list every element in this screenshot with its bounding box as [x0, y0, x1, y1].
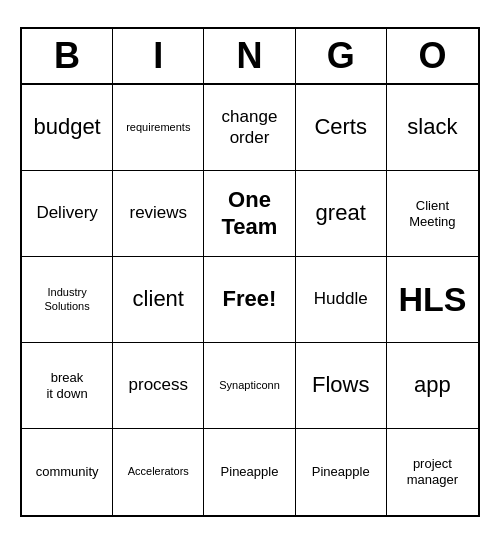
bingo-cell-11: client: [113, 257, 204, 343]
header-o: O: [387, 29, 478, 83]
bingo-cell-16: process: [113, 343, 204, 429]
bingo-cell-18: Flows: [296, 343, 387, 429]
bingo-cell-12: Free!: [204, 257, 295, 343]
bingo-cell-6: reviews: [113, 171, 204, 257]
bingo-cell-17: Synapticonn: [204, 343, 295, 429]
bingo-cell-10: IndustrySolutions: [22, 257, 113, 343]
header-i: I: [113, 29, 204, 83]
bingo-cell-24: projectmanager: [387, 429, 478, 515]
bingo-cell-5: Delivery: [22, 171, 113, 257]
bingo-cell-2: changeorder: [204, 85, 295, 171]
bingo-card: B I N G O budgetrequirementschangeorderC…: [20, 27, 480, 517]
bingo-cell-3: Certs: [296, 85, 387, 171]
bingo-cell-4: slack: [387, 85, 478, 171]
bingo-cell-0: budget: [22, 85, 113, 171]
bingo-cell-7: OneTeam: [204, 171, 295, 257]
bingo-cell-1: requirements: [113, 85, 204, 171]
bingo-cell-9: ClientMeeting: [387, 171, 478, 257]
bingo-cell-20: community: [22, 429, 113, 515]
bingo-cell-19: app: [387, 343, 478, 429]
bingo-grid: budgetrequirementschangeorderCertsslackD…: [22, 85, 478, 515]
header-b: B: [22, 29, 113, 83]
bingo-cell-15: breakit down: [22, 343, 113, 429]
bingo-cell-13: Huddle: [296, 257, 387, 343]
bingo-cell-23: Pineapple: [296, 429, 387, 515]
bingo-cell-14: HLS: [387, 257, 478, 343]
header-g: G: [296, 29, 387, 83]
header-n: N: [204, 29, 295, 83]
bingo-header: B I N G O: [22, 29, 478, 85]
bingo-cell-8: great: [296, 171, 387, 257]
bingo-cell-21: Accelerators: [113, 429, 204, 515]
bingo-cell-22: Pineapple: [204, 429, 295, 515]
